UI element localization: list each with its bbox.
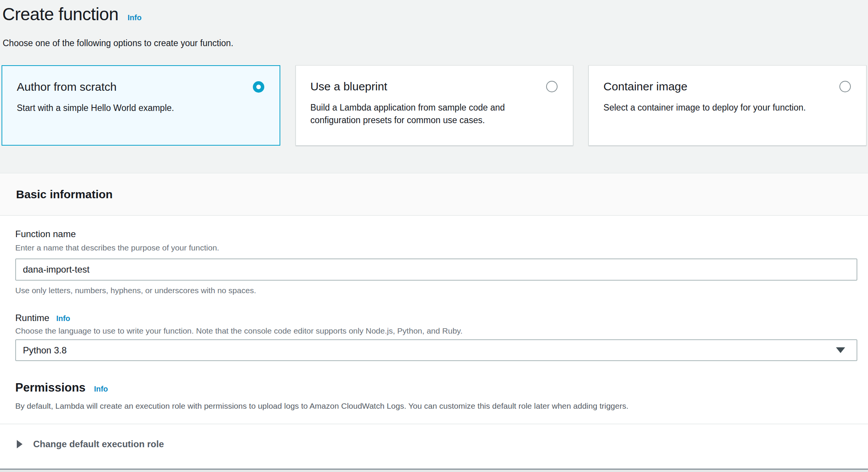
page-title-info-link[interactable]: Info <box>127 13 141 22</box>
function-name-label: Function name <box>15 229 857 239</box>
runtime-selected-value: Python 3.8 <box>23 345 67 356</box>
runtime-select[interactable]: Python 3.8 <box>15 339 857 361</box>
option-card-author-from-scratch[interactable]: Author from scratch Start with a simple … <box>2 65 280 146</box>
function-name-constraint: Use only letters, numbers, hyphens, or u… <box>15 286 857 295</box>
runtime-label-row: Runtime Info <box>15 313 857 323</box>
radio-unselected-icon[interactable] <box>839 81 851 92</box>
card-head: Author from scratch <box>17 80 264 93</box>
runtime-description: Choose the language to use to write your… <box>15 326 857 336</box>
section-heading-basic-information: Basic information <box>16 188 113 201</box>
runtime-info-link[interactable]: Info <box>56 314 70 323</box>
page-subtitle: Choose one of the following options to c… <box>3 38 866 48</box>
change-default-execution-role-expander[interactable]: Change default execution role <box>15 436 857 453</box>
radio-selected-icon[interactable] <box>253 81 264 93</box>
card-title: Use a blueprint <box>310 80 387 93</box>
card-title: Author from scratch <box>17 80 117 93</box>
card-description: Start with a simple Hello World example. <box>17 102 234 114</box>
card-head: Container image <box>603 80 851 93</box>
expand-arrow-icon <box>17 440 23 448</box>
permissions-info-link[interactable]: Info <box>94 385 108 393</box>
option-card-use-a-blueprint[interactable]: Use a blueprint Build a Lambda applicati… <box>296 65 574 146</box>
page-title: Create function <box>2 4 118 24</box>
expander-label: Change default execution role <box>33 439 164 450</box>
page-header-area: Create function Info Choose one of the f… <box>0 0 868 173</box>
caret-down-icon <box>836 347 845 353</box>
page-title-row: Create function Info <box>2 4 866 24</box>
section-heading-permissions: Permissions <box>15 381 85 395</box>
basic-information-section-header: Basic information <box>0 173 868 216</box>
card-head: Use a blueprint <box>310 80 558 93</box>
card-title: Container image <box>603 80 687 93</box>
permissions-description: By default, Lambda will create an execut… <box>15 401 857 411</box>
permissions-heading-row: Permissions Info <box>15 381 857 395</box>
function-name-description: Enter a name that describes the purpose … <box>15 243 857 252</box>
function-name-input[interactable] <box>15 258 857 281</box>
card-description: Build a Lambda application from sample c… <box>310 101 528 127</box>
runtime-label: Runtime <box>15 313 49 323</box>
card-description: Select a container image to deploy for y… <box>603 101 821 114</box>
creation-option-cards: Author from scratch Start with a simple … <box>2 65 866 146</box>
option-card-container-image[interactable]: Container image Select a container image… <box>588 65 866 146</box>
radio-unselected-icon[interactable] <box>546 81 558 92</box>
bottom-strip <box>0 470 868 472</box>
basic-information-form: Function name Enter a name that describe… <box>0 229 868 453</box>
create-function-page: Create function Info Choose one of the f… <box>0 0 868 472</box>
section-divider <box>0 424 868 424</box>
